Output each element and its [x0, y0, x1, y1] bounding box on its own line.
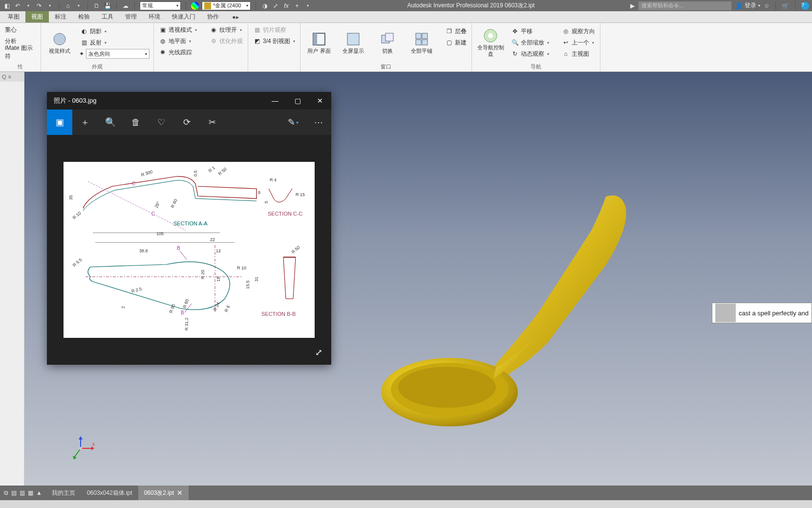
doc-tab-2[interactable]: 0603改2.ipt✕	[138, 486, 189, 500]
look-at-button[interactable]: ◎观察方向	[561, 26, 596, 37]
plus-icon[interactable]: +	[293, 2, 301, 10]
help-icon[interactable]: ?	[801, 2, 809, 10]
tab-annotate[interactable]: 标注	[49, 11, 72, 22]
appearance-group-label: 外观	[45, 63, 150, 70]
svg-rect-2	[313, 33, 317, 45]
vm-icon-3[interactable]: ▥	[20, 489, 25, 496]
crop-icon[interactable]: ✂	[199, 110, 225, 135]
fullscreen-button[interactable]: 全屏显示	[339, 24, 368, 61]
login-button[interactable]: 👤登录▾	[735, 1, 760, 10]
favorite-icon[interactable]: ☆	[764, 2, 769, 9]
doc-tab-home[interactable]: 我的主页	[46, 486, 81, 500]
home-view-button[interactable]: ⌂主视图	[561, 48, 596, 59]
open-icon[interactable]: 🗋	[93, 2, 101, 10]
switch-window-button[interactable]: 切换	[373, 24, 402, 61]
groundplane-button[interactable]: ◍地平面▾	[158, 36, 198, 46]
browser-menu-icon[interactable]: ≡	[8, 74, 11, 80]
optimize-appearance-button[interactable]: ⚙优化外观	[209, 36, 244, 46]
help-search-input[interactable]: 搜索帮助和命令...	[639, 1, 731, 10]
tab-collaborate[interactable]: 协作	[201, 11, 225, 22]
favorite-icon[interactable]: ♡	[149, 110, 174, 135]
appearance-swatch-icon[interactable]	[191, 2, 199, 10]
tab-tools[interactable]: 工具	[96, 11, 119, 22]
imate-symbols-button[interactable]: iMate 图示符	[4, 47, 37, 58]
photos-canvas[interactable]: C C SECTION A-A R 300 35 R 10 26° R 60 0…	[47, 135, 331, 365]
tab-manage[interactable]: 管理	[119, 11, 143, 22]
texture-button[interactable]: ◉纹理开▾	[209, 24, 244, 35]
collection-icon[interactable]: ▣	[47, 110, 72, 135]
minimize-button[interactable]: ―	[264, 92, 286, 110]
browser-search-icon[interactable]: Q	[2, 74, 6, 80]
color-icon[interactable]: ◑	[261, 2, 269, 10]
measure-icon[interactable]: ⤢	[272, 2, 279, 10]
tile-all-button[interactable]: 全部平铺	[407, 24, 436, 61]
model-browser-pane[interactable]: Q≡	[0, 72, 24, 486]
new-window-button[interactable]: ▢新建	[444, 37, 468, 48]
qat-dd-icon[interactable]: ▾	[304, 2, 312, 10]
cart-icon[interactable]: 🛒	[782, 2, 789, 9]
home-dd-icon[interactable]: ▾	[75, 2, 83, 10]
app-menu-icon[interactable]: ◧	[3, 2, 11, 10]
tab-inspect[interactable]: 检验	[72, 11, 96, 22]
rotate-icon[interactable]: ⟳	[174, 110, 199, 135]
reflection-button[interactable]: ▥反射▾	[79, 37, 150, 48]
doc-tab-1[interactable]: 0603x042箱体.ipt	[81, 486, 138, 500]
undo-dd-icon[interactable]: ▾	[24, 2, 32, 10]
material-combo[interactable]: *金属 (2400▾	[202, 1, 251, 10]
svg-text:105: 105	[156, 231, 164, 236]
redo-dd-icon[interactable]: ▾	[46, 2, 54, 10]
visual-style-icon	[52, 31, 67, 47]
tab-getstarted[interactable]: 快速入门	[166, 11, 201, 22]
cascade-button[interactable]: ❐层叠	[444, 26, 468, 37]
model-tree[interactable]	[0, 82, 24, 86]
pan-button[interactable]: ✥平移	[510, 26, 550, 37]
edit-icon[interactable]: ✎▾	[280, 110, 306, 135]
environment-combo[interactable]: 灰色房间▾	[86, 49, 150, 59]
visual-style-button[interactable]: 视觉样式	[45, 24, 74, 61]
expand-icon[interactable]: ⤢	[315, 347, 322, 358]
more-icon[interactable]: ⋯	[306, 110, 331, 135]
axis-triad[interactable]: x	[71, 436, 95, 461]
undo-icon[interactable]: ↶	[14, 2, 21, 10]
tab-sketch[interactable]: 草图	[2, 11, 25, 22]
perspective-button[interactable]: ▣透视模式▾	[158, 24, 198, 35]
previous-view-button[interactable]: ↩上一个▾	[561, 37, 596, 48]
tab-environment[interactable]: 环境	[143, 11, 166, 22]
svg-point-22	[79, 447, 82, 450]
svg-text:C: C	[132, 181, 135, 186]
center-of-gravity-button[interactable]: 重心	[4, 24, 37, 35]
home-icon[interactable]: ⌂	[64, 2, 72, 10]
fx-icon[interactable]: fx	[282, 2, 290, 10]
zoom-all-button[interactable]: 🔍全部缩放▾	[510, 37, 550, 48]
maximize-button[interactable]: ▢	[286, 92, 309, 110]
raytrace-button[interactable]: ✺光线跟踪	[158, 47, 198, 58]
raytrace-icon: ✺	[159, 48, 167, 56]
zoom-icon[interactable]: 🔍	[98, 110, 123, 135]
save-icon[interactable]: 💾	[104, 2, 111, 10]
tab-view[interactable]: 视图	[25, 11, 49, 22]
shadow-button[interactable]: ◐阴影▾	[79, 26, 150, 37]
style-combo[interactable]: 常规▾	[140, 1, 181, 10]
vm-icon-4[interactable]: ▦	[28, 489, 33, 496]
photos-window[interactable]: 照片 - 0603.jpg ― ▢ ✕ ▣ ＋ 🔍 🗑 ♡ ⟳ ✂ ✎▾ ⋯ C…	[47, 92, 331, 365]
delete-icon[interactable]: 🗑	[123, 110, 149, 135]
slice-view-button[interactable]: ▦切片观察	[252, 24, 296, 35]
cloud-icon[interactable]: ☁	[122, 2, 129, 10]
vm-icon-1[interactable]: ⧉	[4, 489, 8, 496]
tab-extra-icon[interactable]: ●▸	[225, 11, 246, 22]
search-go-icon[interactable]: ▶	[630, 2, 635, 9]
orbit-button[interactable]: ↻动态观察▾	[510, 48, 550, 59]
user-interface-button[interactable]: 用户 界面	[304, 24, 334, 61]
nav-wheel-button[interactable]: 全导航控制盘	[476, 24, 505, 61]
svg-text:2: 2	[121, 306, 126, 309]
vm-up-icon[interactable]: ▲	[36, 489, 42, 496]
groundplane-icon: ◍	[159, 37, 167, 45]
close-button[interactable]: ✕	[309, 92, 331, 110]
spoon-model[interactable]	[376, 187, 640, 441]
photos-titlebar[interactable]: 照片 - 0603.jpg ― ▢ ✕	[47, 92, 331, 110]
three-quarter-section-button[interactable]: ◩3/4 剖视图▾	[252, 36, 296, 46]
close-tab-icon[interactable]: ✕	[177, 489, 183, 497]
vm-icon-2[interactable]: ▤	[11, 489, 17, 496]
redo-icon[interactable]: ↷	[35, 2, 43, 10]
add-icon[interactable]: ＋	[72, 110, 98, 135]
